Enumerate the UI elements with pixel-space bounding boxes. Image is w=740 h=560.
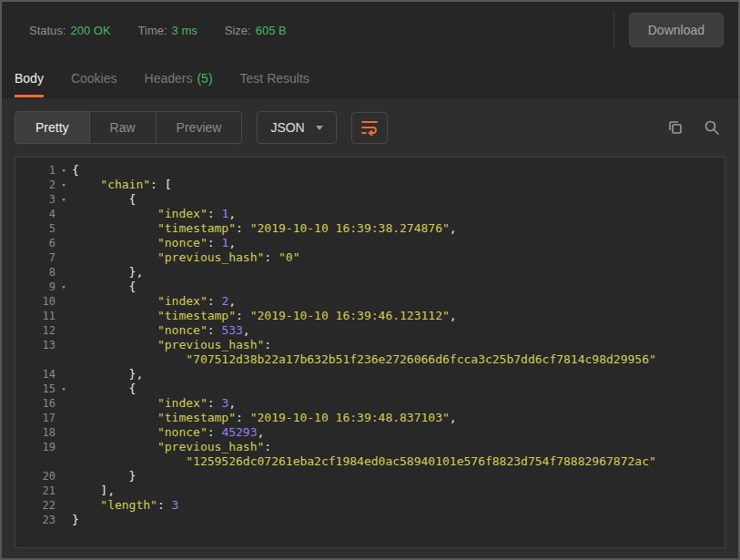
line-number: 15 <box>15 382 56 396</box>
line-number: 13 <box>15 338 56 352</box>
fold-caret-icon[interactable]: ▾ <box>56 192 72 207</box>
fold-caret-icon[interactable]: ▾ <box>56 178 72 192</box>
view-mode-toggle: PrettyRawPreview <box>15 111 242 144</box>
fold-spacer <box>56 498 72 513</box>
code-line: 9▾ { <box>15 280 725 294</box>
code-line-content: "707512d38b22a17b632b51f236e2726066d6fcc… <box>72 352 656 367</box>
code-line-content: "previous_hash": <box>72 338 271 352</box>
code-line: 23} <box>15 513 725 527</box>
response-body-editor[interactable]: 1▾{2▾ "chain": [3▾ {4 "index": 1,5 "time… <box>15 157 725 548</box>
code-line-content: "index": 1, <box>72 207 236 221</box>
download-button[interactable]: Download <box>629 13 724 47</box>
tab-cookies[interactable]: Cookies <box>71 58 117 97</box>
code-line-content: "timestamp": "2019-10-10 16:39:38.274876… <box>72 221 457 236</box>
code-line-content: } <box>72 469 136 484</box>
code-line-content: { <box>72 382 136 396</box>
line-number: 1 <box>15 163 56 178</box>
tab-label: Cookies <box>71 71 117 86</box>
code-line: 21 ], <box>15 484 725 498</box>
view-mode-preview[interactable]: Preview <box>157 112 242 143</box>
code-line: 22 "length": 3 <box>15 498 725 513</box>
code-line-content: "chain": [ <box>72 178 172 192</box>
line-number <box>15 454 56 469</box>
size-value: 605 B <box>256 24 287 37</box>
code-line-content: "nonce": 45293, <box>72 425 264 440</box>
code-line-content: "length": 3 <box>72 498 178 513</box>
line-number: 11 <box>15 309 56 323</box>
fold-spacer <box>56 309 72 323</box>
code-line: 10 "index": 2, <box>15 294 725 309</box>
fold-spacer <box>56 207 72 221</box>
code-line: "707512d38b22a17b632b51f236e2726066d6fcc… <box>15 352 725 367</box>
code-line: 18 "nonce": 45293, <box>15 425 725 440</box>
fold-spacer <box>56 454 72 469</box>
tab-headers[interactable]: Headers(5) <box>145 58 213 97</box>
fold-caret-icon[interactable]: ▾ <box>56 280 72 294</box>
wrap-text-button[interactable] <box>351 112 388 144</box>
code-line-content: { <box>72 280 136 294</box>
code-line: 14 }, <box>15 367 725 382</box>
code-line-content: "timestamp": "2019-10-10 16:39:46.123112… <box>72 309 457 323</box>
code-line: 15▾ { <box>15 382 725 396</box>
code-line: 12 "nonce": 533, <box>15 323 725 338</box>
code-line-content: { <box>72 192 136 207</box>
language-dropdown[interactable]: JSON <box>257 111 336 144</box>
code-line-content: "nonce": 1, <box>72 236 236 250</box>
response-status-bar: Status:200 OKTime:3 msSize:605 B Downloa… <box>2 2 738 58</box>
code-line-content: } <box>72 513 79 527</box>
fold-spacer <box>56 440 72 454</box>
fold-spacer <box>56 323 72 338</box>
status-meta: Status:200 OK <box>29 24 111 37</box>
search-button[interactable] <box>704 119 720 136</box>
line-number: 14 <box>15 367 56 382</box>
fold-spacer <box>56 425 72 440</box>
body-toolbar: PrettyRawPreview JSON <box>2 98 738 157</box>
fold-spacer <box>56 469 72 484</box>
tab-label: Body <box>15 71 44 86</box>
code-line: 13 "previous_hash": <box>15 338 725 352</box>
line-number: 23 <box>15 513 56 527</box>
line-number: 19 <box>15 440 56 454</box>
code-line: 7 "previous_hash": "0" <box>15 250 725 265</box>
fold-spacer <box>56 236 72 250</box>
view-mode-pretty[interactable]: Pretty <box>15 112 90 143</box>
tab-body[interactable]: Body <box>15 58 44 97</box>
line-number <box>15 352 56 367</box>
tab-label: Test Results <box>240 71 309 86</box>
tab-label: Headers <box>145 71 193 86</box>
view-mode-raw[interactable]: Raw <box>90 112 157 143</box>
search-icon <box>704 119 720 136</box>
response-panel: Status:200 OKTime:3 msSize:605 B Downloa… <box>2 2 738 548</box>
status-value: 200 OK <box>70 24 110 37</box>
code-line: 1▾{ <box>15 163 725 178</box>
fold-caret-icon[interactable]: ▾ <box>56 382 72 396</box>
code-line-content: "previous_hash": <box>72 440 271 454</box>
code-line: 16 "index": 3, <box>15 396 725 411</box>
code-line-content: ], <box>72 484 115 498</box>
line-number: 7 <box>15 250 56 265</box>
line-number: 12 <box>15 323 56 338</box>
chevron-down-icon <box>316 126 323 130</box>
line-number: 17 <box>15 411 56 425</box>
code-line: 6 "nonce": 1, <box>15 236 725 250</box>
fold-spacer <box>56 367 72 382</box>
status-meta-items: Status:200 OKTime:3 msSize:605 B <box>29 24 314 37</box>
fold-caret-icon[interactable]: ▾ <box>56 163 72 178</box>
toolbar-right <box>667 119 725 136</box>
fold-spacer <box>56 250 72 265</box>
fold-spacer <box>56 352 72 367</box>
code-line: 3▾ { <box>15 192 725 207</box>
line-number: 21 <box>15 484 56 498</box>
copy-button[interactable] <box>667 119 684 136</box>
code-line-content: "index": 2, <box>72 294 236 309</box>
tab-test-results[interactable]: Test Results <box>240 58 309 97</box>
line-number: 2 <box>15 178 56 192</box>
fold-spacer <box>56 484 72 498</box>
wrap-text-icon <box>360 119 379 136</box>
code-line-content: "nonce": 533, <box>72 323 250 338</box>
copy-icon <box>667 119 684 136</box>
code-line-content: { <box>72 163 79 178</box>
code-line: 2▾ "chain": [ <box>15 178 725 192</box>
line-number: 5 <box>15 221 56 236</box>
size-label: Size: <box>225 24 251 37</box>
